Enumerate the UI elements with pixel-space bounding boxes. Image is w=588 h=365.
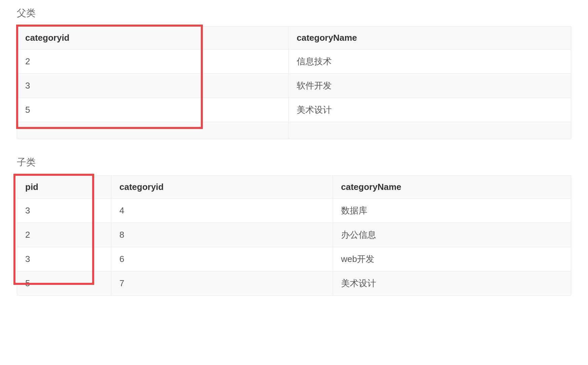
parent-header-categoryname: categoryName: [289, 27, 571, 49]
child-cell: 2: [17, 223, 111, 247]
child-cell: 3: [17, 199, 111, 223]
table-row: 3 6 web开发: [17, 247, 571, 271]
child-title: 子类: [17, 156, 571, 169]
parent-cell: 5: [17, 98, 289, 122]
child-table-wrapper: pid categoryid categoryName 3 4 数据库 2 8 …: [17, 175, 571, 296]
parent-table: categoryid categoryName 2 信息技术 3 软件开发 5 …: [17, 26, 571, 139]
table-row: 5 美术设计: [17, 98, 571, 122]
table-row: 3 软件开发: [17, 74, 571, 98]
child-cell: 7: [111, 271, 333, 296]
table-row: 3 4 数据库: [17, 199, 571, 223]
child-header-categoryname: categoryName: [333, 176, 571, 199]
child-section: 子类 pid categoryid categoryName 3 4 数据库 2: [17, 156, 571, 296]
child-cell: 5: [17, 271, 111, 296]
child-cell: 办公信息: [333, 223, 571, 247]
parent-cell: 软件开发: [289, 74, 571, 98]
parent-section: 父类 categoryid categoryName 2 信息技术 3 软件开发: [17, 7, 571, 139]
child-header-row: pid categoryid categoryName: [17, 176, 571, 199]
child-cell: 美术设计: [333, 271, 571, 296]
table-row: 2 信息技术: [17, 49, 571, 74]
parent-cell: 信息技术: [289, 49, 571, 74]
parent-header-categoryid: categoryid: [17, 27, 289, 49]
parent-header-row: categoryid categoryName: [17, 27, 571, 49]
blank-cell: [289, 122, 571, 139]
child-header-pid: pid: [17, 176, 111, 199]
table-row: 2 8 办公信息: [17, 223, 571, 247]
parent-cell: 2: [17, 49, 289, 74]
parent-cell: 美术设计: [289, 98, 571, 122]
child-table: pid categoryid categoryName 3 4 数据库 2 8 …: [17, 175, 571, 296]
child-cell: 3: [17, 247, 111, 271]
child-cell: web开发: [333, 247, 571, 271]
blank-cell: [17, 122, 289, 139]
parent-title: 父类: [17, 7, 571, 20]
child-header-categoryid: categoryid: [111, 176, 333, 199]
blank-row: [17, 122, 571, 139]
child-cell: 6: [111, 247, 333, 271]
child-cell: 4: [111, 199, 333, 223]
parent-table-wrapper: categoryid categoryName 2 信息技术 3 软件开发 5 …: [17, 26, 571, 139]
parent-cell: 3: [17, 74, 289, 98]
table-row: 5 7 美术设计: [17, 271, 571, 296]
child-cell: 8: [111, 223, 333, 247]
child-cell: 数据库: [333, 199, 571, 223]
